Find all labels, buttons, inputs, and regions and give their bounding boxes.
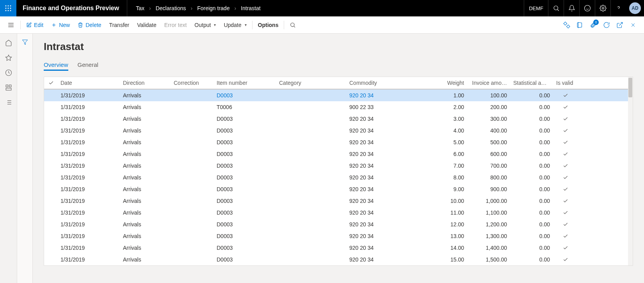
cell-commodity[interactable]: 920 20 34	[347, 256, 429, 263]
table-row[interactable]: 1/31/2019ArrivalsD0003920 20 348.00800.0…	[44, 172, 633, 183]
cell-item-number[interactable]: D0003	[214, 233, 277, 239]
filter-icon[interactable]	[19, 36, 31, 48]
refresh-icon[interactable]	[600, 19, 613, 31]
cell-commodity[interactable]: 920 20 34	[347, 233, 429, 239]
user-avatar[interactable]: AD	[629, 2, 641, 14]
select-all-checkbox[interactable]	[44, 80, 58, 86]
options-button[interactable]: Options	[254, 19, 283, 31]
feedback-icon[interactable]	[579, 0, 595, 16]
table-row[interactable]: 1/31/2019ArrivalsD0003920 20 347.00700.0…	[44, 160, 633, 172]
col-correction[interactable]: Correction	[171, 80, 214, 86]
col-date[interactable]: Date	[58, 80, 121, 86]
cell-commodity[interactable]: 920 20 34	[347, 221, 429, 227]
breadcrumb-intrastat[interactable]: Intrastat	[238, 5, 263, 11]
cell-commodity[interactable]: 920 20 34	[347, 139, 429, 145]
notifications-icon[interactable]	[564, 0, 579, 16]
close-icon[interactable]	[627, 19, 639, 31]
table-row[interactable]: 1/31/2019ArrivalsD0003920 20 341.00100.0…	[44, 90, 633, 101]
favorites-icon[interactable]	[1, 51, 16, 65]
cell-item-number[interactable]: D0003	[214, 174, 277, 181]
breadcrumb-tax[interactable]: Tax	[133, 5, 147, 11]
cell-item-number[interactable]: D0003	[214, 256, 277, 263]
table-row[interactable]: 1/31/2019ArrivalsD0003920 20 3411.001,10…	[44, 207, 633, 219]
col-is-valid[interactable]: Is valid	[554, 80, 577, 86]
output-label: Output	[194, 22, 211, 28]
col-commodity[interactable]: Commodity	[347, 80, 429, 86]
workspaces-icon[interactable]	[1, 81, 16, 95]
cell-commodity[interactable]: 900 22 33	[347, 104, 429, 110]
table-row[interactable]: 1/31/2019ArrivalsD0003920 20 345.00500.0…	[44, 136, 633, 148]
attachments-button[interactable]: 0	[587, 19, 600, 31]
popout-icon[interactable]	[614, 19, 626, 31]
table-row[interactable]: 1/31/2019ArrivalsD0003920 20 3410.001,00…	[44, 195, 633, 207]
cell-commodity[interactable]: 920 20 34	[347, 92, 429, 99]
cell-direction: Arrivals	[121, 210, 171, 216]
table-row[interactable]: 1/31/2019ArrivalsD0003920 20 3415.001,50…	[44, 254, 633, 265]
cell-item-number[interactable]: D0003	[214, 221, 277, 227]
breadcrumb-foreign-trade[interactable]: Foreign trade	[195, 5, 232, 11]
table-row[interactable]: 1/31/2019ArrivalsT0006900 22 332.00200.0…	[44, 101, 633, 113]
cell-commodity[interactable]: 920 20 34	[347, 210, 429, 216]
edit-button[interactable]: Edit	[22, 19, 47, 31]
cell-item-number[interactable]: D0003	[214, 245, 277, 251]
col-weight[interactable]: Weight	[429, 80, 468, 86]
app-launcher-icon[interactable]	[0, 0, 16, 16]
transfer-button[interactable]: Transfer	[105, 19, 133, 31]
related-info-icon[interactable]	[560, 19, 573, 31]
table-row[interactable]: 1/31/2019ArrivalsD0003920 20 344.00400.0…	[44, 125, 633, 136]
cell-item-number[interactable]: D0003	[214, 127, 277, 134]
cell-commodity[interactable]: 920 20 34	[347, 151, 429, 157]
help-icon[interactable]	[610, 0, 626, 16]
company-selector[interactable]: DEMF	[524, 0, 548, 16]
search-icon[interactable]	[548, 0, 564, 16]
table-row[interactable]: 1/31/2019ArrivalsD0003920 20 3412.001,20…	[44, 219, 633, 230]
scrollbar[interactable]	[628, 77, 633, 265]
table-row[interactable]: 1/31/2019ArrivalsD0003920 20 346.00600.0…	[44, 148, 633, 160]
update-dropdown[interactable]: Update▾	[220, 19, 250, 31]
cell-commodity[interactable]: 920 20 34	[347, 174, 429, 181]
col-invoice-amount[interactable]: Invoice amo…	[468, 80, 511, 86]
cell-item-number[interactable]: D0003	[214, 198, 277, 204]
breadcrumb-declarations[interactable]: Declarations	[153, 5, 189, 11]
cell-item-number[interactable]: D0003	[214, 210, 277, 216]
page-search-button[interactable]	[286, 19, 300, 31]
table-row[interactable]: 1/31/2019ArrivalsD0003920 20 349.00900.0…	[44, 183, 633, 195]
home-icon[interactable]	[1, 36, 16, 50]
cell-item-number[interactable]: D0003	[214, 163, 277, 169]
modules-icon[interactable]	[1, 95, 16, 109]
cell-commodity[interactable]: 920 20 34	[347, 116, 429, 122]
cell-item-number[interactable]: D0003	[214, 92, 277, 99]
cell-commodity[interactable]: 920 20 34	[347, 245, 429, 251]
new-button[interactable]: New	[47, 19, 74, 31]
col-direction[interactable]: Direction	[121, 80, 171, 86]
cell-item-number[interactable]: D0003	[214, 116, 277, 122]
table-row[interactable]: 1/31/2019ArrivalsD0003920 20 3413.001,30…	[44, 230, 633, 242]
col-statistical-amount[interactable]: Statistical am…	[511, 80, 554, 86]
scrollbar-thumb[interactable]	[628, 78, 632, 97]
col-item-number[interactable]: Item number	[214, 80, 277, 86]
table-row[interactable]: 1/31/2019ArrivalsD0003920 20 343.00300.0…	[44, 113, 633, 125]
col-category[interactable]: Category	[277, 80, 347, 86]
cell-commodity[interactable]: 920 20 34	[347, 186, 429, 192]
cell-commodity[interactable]: 920 20 34	[347, 127, 429, 134]
delete-button[interactable]: Delete	[74, 19, 105, 31]
output-dropdown[interactable]: Output▾	[190, 19, 220, 31]
table-row[interactable]: 1/31/2019ArrivalsD0003920 20 3414.001,40…	[44, 242, 633, 254]
cell-weight: 6.00	[429, 151, 468, 157]
recent-icon[interactable]	[1, 66, 16, 80]
grid-body: 1/31/2019ArrivalsD0003920 20 341.00100.0…	[44, 90, 633, 265]
cell-item-number[interactable]: D0003	[214, 139, 277, 145]
cell-item-number[interactable]: D0003	[214, 186, 277, 192]
cell-valid-icon	[554, 116, 577, 122]
cell-direction: Arrivals	[121, 245, 171, 251]
nav-toggle-icon[interactable]	[3, 16, 19, 34]
tab-general[interactable]: General	[78, 60, 98, 71]
cell-commodity[interactable]: 920 20 34	[347, 198, 429, 204]
tab-overview[interactable]: Overview	[44, 60, 68, 71]
cell-item-number[interactable]: D0003	[214, 151, 277, 157]
cell-commodity[interactable]: 920 20 34	[347, 163, 429, 169]
open-office-icon[interactable]	[574, 19, 586, 31]
cell-item-number[interactable]: T0006	[214, 104, 277, 110]
validate-button[interactable]: Validate	[133, 19, 160, 31]
settings-icon[interactable]	[595, 0, 610, 16]
